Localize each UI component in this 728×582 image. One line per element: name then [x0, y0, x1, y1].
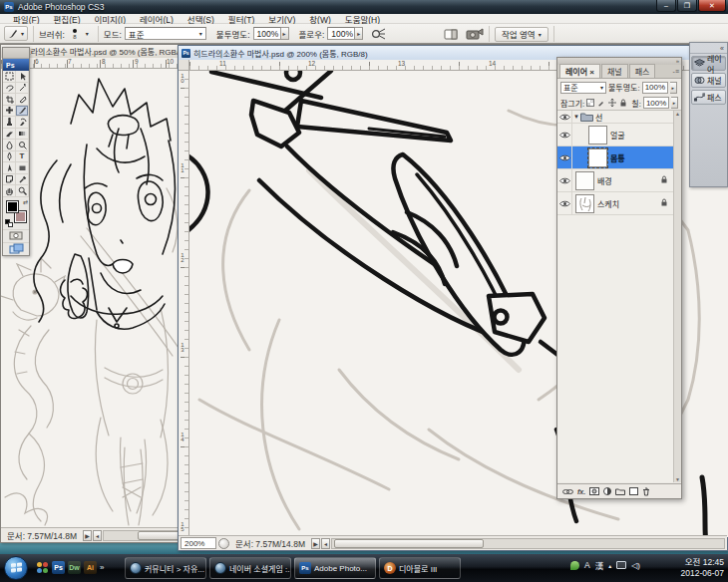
- layer-thumbnail[interactable]: [575, 194, 594, 213]
- layer-thumbnail[interactable]: [588, 126, 607, 145]
- menu-layer[interactable]: 레이어(L): [133, 13, 181, 25]
- swap-colors-icon[interactable]: ⇄: [23, 198, 28, 205]
- flow-field[interactable]: 100%: [327, 27, 355, 40]
- lock-all-icon[interactable]: [618, 99, 627, 108]
- taskbar-button-community[interactable]: 커뮤니티 > 자유...: [125, 557, 206, 579]
- close-button[interactable]: ✕: [698, 0, 726, 12]
- link-layers-icon[interactable]: [562, 488, 573, 495]
- lock-pixels-icon[interactable]: [596, 99, 605, 108]
- visibility-eye-icon[interactable]: [557, 192, 572, 214]
- path-selection-tool[interactable]: [3, 162, 16, 174]
- menu-file[interactable]: 파일(F): [6, 13, 47, 25]
- ime-hanja-indicator[interactable]: 漢: [595, 559, 604, 571]
- eraser-tool[interactable]: [3, 129, 16, 141]
- msn-icon[interactable]: [36, 561, 49, 574]
- quick-mask-button[interactable]: [3, 229, 29, 242]
- lock-position-icon[interactable]: [607, 99, 616, 108]
- menu-edit[interactable]: 편집(E): [47, 13, 88, 25]
- layer-thumbnail[interactable]: [575, 171, 594, 190]
- visibility-eye-icon[interactable]: [557, 146, 572, 168]
- quicklaunch-photoshop-icon[interactable]: Ps: [52, 561, 65, 574]
- scroll-down-arrow[interactable]: ▼: [675, 476, 680, 482]
- menu-window[interactable]: 창(W): [302, 13, 338, 25]
- maximize-button[interactable]: ❐: [677, 0, 697, 12]
- taskbar-button-naver-game[interactable]: 네이버 소셜게임 :...: [209, 557, 291, 579]
- menu-help[interactable]: 도움말(H): [338, 13, 387, 25]
- ruler-corner-box[interactable]: [179, 60, 189, 71]
- layer-row[interactable]: 배경: [557, 169, 674, 192]
- layer-opacity-field[interactable]: 100%: [642, 82, 668, 94]
- quicklaunch-dreamweaver-icon[interactable]: Dw: [68, 561, 81, 574]
- antivirus-tray-icon[interactable]: [570, 561, 579, 570]
- taskbar-button-photoshop[interactable]: Ps Adobe Photo...: [294, 557, 376, 579]
- visibility-eye-icon[interactable]: [557, 169, 572, 191]
- collapse-dock-icon[interactable]: »: [676, 58, 679, 65]
- gradient-tool[interactable]: [16, 129, 29, 141]
- fill-field[interactable]: 100%: [643, 97, 669, 109]
- status-menu-arrow[interactable]: ▶: [311, 538, 320, 549]
- dock-button-layers[interactable]: 레이어: [691, 56, 726, 71]
- minimize-button[interactable]: –: [656, 0, 676, 12]
- history-brush-tool[interactable]: [16, 117, 29, 129]
- crop-tool[interactable]: [3, 94, 16, 106]
- layer-row-selected[interactable]: 몸통: [557, 146, 674, 169]
- tab-layers[interactable]: 레이어 ×: [559, 64, 600, 78]
- display-tray-icon[interactable]: [616, 561, 626, 569]
- layer-row[interactable]: 스케치: [557, 192, 674, 215]
- taskbar-button-diablo[interactable]: D 디아블로 III: [379, 557, 461, 579]
- zoom-tool[interactable]: [16, 185, 29, 197]
- notes-tool[interactable]: [3, 174, 16, 186]
- marquee-tool[interactable]: [3, 71, 16, 83]
- clone-stamp-tool[interactable]: [3, 117, 16, 129]
- type-tool[interactable]: T: [16, 151, 29, 163]
- move-tool[interactable]: [16, 71, 29, 83]
- shape-tool[interactable]: [16, 162, 29, 174]
- visibility-eye-icon[interactable]: [557, 111, 572, 123]
- airbrush-toggle-icon[interactable]: [371, 28, 387, 40]
- status-menu-arrow[interactable]: ▶: [83, 530, 92, 541]
- menu-filter[interactable]: 필터(T): [221, 13, 262, 25]
- healing-brush-tool[interactable]: [3, 106, 16, 118]
- dodge-tool[interactable]: [16, 140, 29, 151]
- layer-style-icon[interactable]: fx.: [577, 488, 585, 495]
- flow-slider-button[interactable]: ▸: [355, 27, 363, 40]
- expand-arrow-icon[interactable]: ▼: [573, 114, 579, 120]
- menu-select[interactable]: 선택(S): [181, 13, 221, 25]
- layers-scrollbar[interactable]: ▲ ▼: [673, 111, 681, 482]
- opacity-slider-button[interactable]: ▸: [281, 27, 289, 40]
- menu-view[interactable]: 보기(V): [261, 13, 302, 25]
- pen-tool[interactable]: [3, 151, 16, 163]
- bridge-icon[interactable]: [466, 28, 484, 40]
- visibility-eye-icon[interactable]: [557, 124, 572, 146]
- blur-tool[interactable]: [3, 140, 16, 151]
- chevron-down-icon[interactable]: ▾: [86, 30, 89, 37]
- scroll-left-arrow[interactable]: ◂: [321, 538, 330, 549]
- tool-preset-picker[interactable]: ▾: [4, 26, 28, 41]
- tray-expand-arrow-icon[interactable]: ▴: [608, 562, 611, 569]
- scroll-left-arrow[interactable]: ◂: [93, 530, 102, 541]
- tab-paths[interactable]: 패스: [629, 64, 656, 78]
- zoom-level-field[interactable]: 200%: [181, 537, 216, 549]
- scroll-up-arrow[interactable]: ▲: [675, 111, 680, 117]
- menu-image[interactable]: 이미지(I): [87, 13, 132, 25]
- layer-row-group[interactable]: ▼ 선: [557, 111, 674, 124]
- taskbar-clock[interactable]: 오전 12:45 2012-06-07: [681, 557, 724, 579]
- brush-tool[interactable]: [16, 106, 29, 118]
- toolbox-header[interactable]: Ps: [3, 59, 29, 71]
- toggle-palettes-icon[interactable]: [444, 29, 458, 40]
- layer-thumbnail[interactable]: [588, 148, 607, 167]
- version-cue-icon[interactable]: [218, 538, 229, 549]
- foreground-color-swatch[interactable]: [6, 200, 19, 213]
- slice-tool[interactable]: [16, 94, 29, 106]
- tab-close-icon[interactable]: ×: [589, 68, 594, 77]
- expand-dock-icon[interactable]: «: [720, 45, 724, 52]
- lasso-tool[interactable]: [3, 83, 16, 95]
- eyedropper-tool[interactable]: [16, 174, 29, 186]
- horizontal-scrollbar[interactable]: [331, 538, 725, 549]
- dock-button-channels[interactable]: 채널: [691, 73, 726, 88]
- brush-preset-picker[interactable]: 8: [68, 29, 82, 39]
- blend-mode-select[interactable]: 표준 ▾: [125, 27, 206, 40]
- ime-language-indicator[interactable]: A: [584, 560, 590, 570]
- toolbox-grip[interactable]: [3, 48, 29, 59]
- delete-layer-icon[interactable]: [642, 487, 650, 496]
